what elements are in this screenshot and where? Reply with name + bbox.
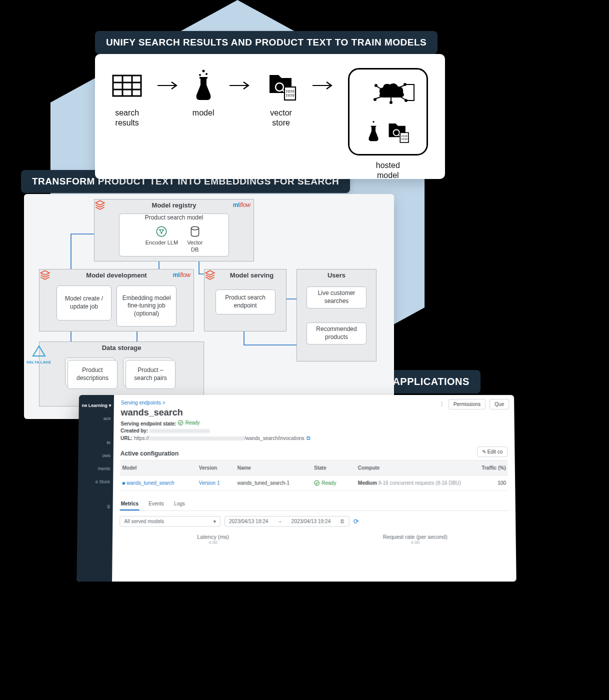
flask-icon <box>366 120 381 142</box>
serving-dashboard-panel: ne Learning ▾ ace te ows ments e Store g… <box>76 395 516 582</box>
product-search-model-label: Product search model <box>145 214 204 222</box>
vector-store-icon: IOIOIOIO <box>264 68 298 103</box>
svg-line-19 <box>377 86 382 90</box>
svg-text:IOIO: IOIO <box>401 134 408 138</box>
node-product-search-endpoint: Product search endpoint <box>216 290 276 314</box>
svg-line-21 <box>376 96 382 98</box>
pipeline-vector-store: IOIOIOIO vector store <box>264 68 298 128</box>
chart-value: 4.00 <box>120 540 306 545</box>
svg-line-20 <box>399 86 404 88</box>
version-link[interactable]: Version 1 <box>199 480 238 486</box>
svg-rect-8 <box>200 77 208 78</box>
chart-value: 4.00 <box>322 540 508 545</box>
arrow-icon <box>156 68 178 103</box>
svg-text:IOIO: IOIO <box>286 94 294 98</box>
state-ready-pill: Ready <box>178 420 200 426</box>
permissions-button[interactable]: Permissions <box>448 399 486 410</box>
databricks-icon <box>204 268 216 282</box>
sidebar-item[interactable]: ace <box>78 412 114 425</box>
architecture-panel: Model registry mlflow Product search mod… <box>24 194 394 419</box>
section-title: Model development <box>86 272 146 279</box>
mlflow-tag: mlflow <box>173 272 190 278</box>
sidebar-item[interactable]: te <box>78 436 114 449</box>
copy-icon[interactable]: ⧉ <box>306 435 310 441</box>
chevron-down-icon: ▾ <box>214 518 216 524</box>
chart-title: Latency (ms) <box>120 534 306 540</box>
node-product-descriptions: Product descriptions <box>68 360 118 389</box>
svg-point-7 <box>206 73 208 75</box>
section-title: Model registry <box>152 202 196 209</box>
pipeline-label: hosted model <box>376 160 400 180</box>
section-title: Model serving <box>230 272 274 279</box>
databricks-icon <box>38 268 52 282</box>
databricks-icon <box>94 198 106 212</box>
vector-db-label: Vector DB <box>187 239 202 254</box>
node-live-searches: Live customer searches <box>306 286 366 308</box>
cloud-network-icon <box>358 80 418 108</box>
sidebar-header[interactable]: ne Learning ▾ <box>79 399 114 412</box>
model-name-cell: wands_tuned_search-1 <box>238 480 314 486</box>
grid-icon <box>112 68 142 103</box>
dashboard-sidebar[interactable]: ne Learning ▾ ace te ows ments e Store g <box>76 395 114 582</box>
mlflow-tag: mlflow <box>233 202 250 208</box>
node-recommended-products: Recommended products <box>306 322 366 344</box>
section-model-registry: Model registry mlflow Product search mod… <box>94 199 254 262</box>
pipeline-hosted-model: IOIOIOIO hosted model <box>348 68 428 180</box>
pipeline-label: model <box>192 108 214 118</box>
database-icon <box>188 225 202 238</box>
sidebar-item[interactable]: e Store <box>78 475 114 488</box>
hosted-model-container: IOIOIOIO <box>348 68 428 156</box>
tab-events[interactable]: Events <box>148 498 165 510</box>
time-range-picker[interactable]: 2023/04/13 18:24 → 2023/04/13 19:24 🗓 <box>224 516 350 526</box>
vector-store-icon: IOIOIOIO <box>385 119 410 144</box>
pipeline-label: vector store <box>270 108 292 128</box>
traffic-cell: 100 <box>468 480 506 486</box>
served-models-select[interactable]: All served models▾ <box>120 516 220 526</box>
url-suffix: /wands_search/invocations <box>244 436 304 441</box>
node-search-pairs: Product – search pairs <box>126 360 176 389</box>
sidebar-item[interactable]: ments <box>78 462 114 475</box>
tab-logs[interactable]: Logs <box>173 498 186 510</box>
config-table-row[interactable]: ■ wands_tuned_search Version 1 wands_tun… <box>120 476 508 490</box>
svg-point-24 <box>372 121 374 122</box>
brain-icon <box>155 225 168 238</box>
metrics-tabs: Metrics Events Logs <box>120 498 508 511</box>
section-users: Users Live customer searches Recommended… <box>296 269 376 362</box>
url-label: URL: <box>120 436 132 441</box>
kebab-menu-icon[interactable]: ⋮ <box>439 401 444 408</box>
row-state-ready: Ready <box>314 480 358 486</box>
node-model-create-job: Model create / update job <box>56 286 112 320</box>
tab-metrics[interactable]: Metrics <box>120 498 140 510</box>
pipeline-model: model <box>192 68 214 118</box>
url-redacted <box>149 436 244 440</box>
svg-text:IOIO: IOIO <box>401 138 408 140</box>
banner-unify: UNIFY SEARCH RESULTS AND PRODUCT TEXT TO… <box>95 31 438 54</box>
sidebar-item[interactable]: ows <box>78 449 114 462</box>
compute-detail: 8-16 concurrent requests (8-16 DBU) <box>378 480 461 486</box>
encoder-llm-label: Encoder LLM <box>146 239 178 246</box>
active-config-header: Active configuration <box>120 450 179 457</box>
pipeline-label: search results <box>115 108 139 128</box>
dashboard-main: ⋮ Permissions Que Serving endpoints > wa… <box>112 395 516 582</box>
delta-lake-icon <box>31 344 47 358</box>
section-model-serving: Model serving Product search endpoint <box>204 269 286 332</box>
flask-icon <box>193 68 214 103</box>
latency-chart: Latency (ms) 4.00 <box>120 534 306 545</box>
edit-config-button[interactable]: ✎ Edit co <box>477 446 508 457</box>
delta-lake-label: DELTA LAKE <box>26 360 51 364</box>
state-label: Serving endpoint state: <box>120 421 176 426</box>
svg-point-35 <box>191 226 198 230</box>
query-button[interactable]: Que <box>490 399 509 410</box>
pipeline-search-results: search results <box>112 68 142 128</box>
svg-rect-0 <box>113 76 141 96</box>
request-rate-chart: Request rate (per second) 4.00 <box>322 534 508 545</box>
model-link[interactable]: wands_tuned_search <box>126 480 174 486</box>
row-bullet: ■ <box>122 480 126 486</box>
refresh-icon[interactable]: ⟳ <box>354 518 359 525</box>
config-table-header: ModelVersionNameStateComputeTraffic (%) <box>120 460 508 476</box>
section-title: Users <box>328 272 346 279</box>
calendar-icon: 🗓 <box>340 518 344 524</box>
created-by-label: Created by: <box>120 428 148 434</box>
chart-title: Request rate (per second) <box>322 534 508 540</box>
sidebar-item[interactable]: g <box>78 500 113 512</box>
